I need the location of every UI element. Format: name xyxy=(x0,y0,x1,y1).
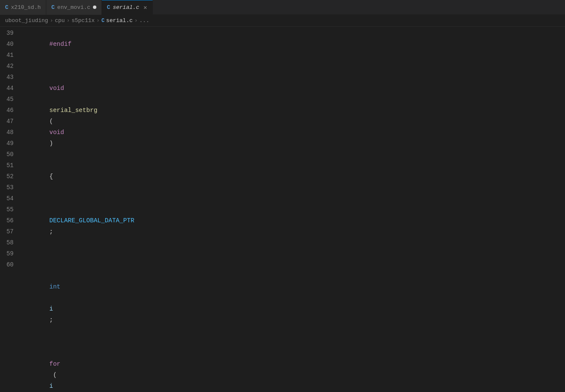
line-num-58: 58 xyxy=(0,237,17,248)
code-line-43: DECLARE_GLOBAL_DATA_PTR ; xyxy=(25,193,565,248)
code-line-45: int i ; xyxy=(25,259,565,336)
token-paren1: ( xyxy=(49,372,56,378)
token-void2: void xyxy=(49,129,64,136)
breadcrumb-sep-2: › xyxy=(67,17,70,24)
c-icon: C xyxy=(51,4,55,11)
line-num-44: 44 xyxy=(0,83,17,94)
token-i1: i xyxy=(49,383,53,389)
tab-label: serial.c xyxy=(113,4,139,11)
line-num-52: 52 xyxy=(0,171,17,182)
token-var-i: i xyxy=(49,305,53,312)
tab-label: x210_sd.h xyxy=(11,4,41,11)
line-num-56: 56 xyxy=(0,215,17,226)
breadcrumb-part-4[interactable]: serial.c xyxy=(106,17,132,24)
breadcrumb: uboot_jiuding › cpu › s5pc11x › C serial… xyxy=(0,15,565,27)
token-punct: ( xyxy=(49,118,53,125)
code-line-40 xyxy=(25,61,565,72)
line-num-53: 53 xyxy=(0,182,17,193)
token-semi2: ; xyxy=(49,316,53,323)
line-num-39: 39 xyxy=(0,28,17,39)
line-num-50: 50 xyxy=(0,149,17,160)
breadcrumb-part-3[interactable]: s5pc11x xyxy=(71,17,95,24)
line-num-54: 54 xyxy=(0,193,17,204)
line-numbers: 39 40 41 42 43 44 45 46 47 48 49 50 51 5… xyxy=(0,27,25,392)
c-icon-breadcrumb: C xyxy=(101,18,104,24)
line-num-60: 60 xyxy=(0,259,17,270)
line-num-41: 41 xyxy=(0,50,17,61)
tab-bar: C x210_sd.h C env_movi.c C serial.c ✕ xyxy=(0,0,565,15)
line-num-47: 47 xyxy=(0,116,17,127)
token-int: int xyxy=(49,283,60,290)
line-num-43: 43 xyxy=(0,72,17,83)
line-num-57: 57 xyxy=(0,226,17,237)
tab-label: env_movi.c xyxy=(57,4,90,11)
c-icon: C xyxy=(107,4,110,11)
token-preproc: #endif xyxy=(49,41,71,48)
tab-env-movi-c[interactable]: C env_movi.c xyxy=(46,0,102,15)
line-num-51: 51 xyxy=(0,160,17,171)
token-punct2: ) xyxy=(49,140,53,147)
breadcrumb-part-5[interactable]: ... xyxy=(139,17,149,24)
line-num-40: 40 xyxy=(0,39,17,50)
code-line-46: for ( i = 0 ; i < 100 ; i ++) ; xyxy=(25,336,565,392)
line-num-48: 48 xyxy=(0,127,17,138)
line-num-45: 45 xyxy=(0,94,17,105)
code-line-44 xyxy=(25,248,565,259)
token-space xyxy=(49,96,53,103)
line-num-55: 55 xyxy=(0,204,17,215)
editor: 39 40 41 42 43 44 45 46 47 48 49 50 51 5… xyxy=(0,27,565,392)
breadcrumb-sep-4: › xyxy=(135,17,138,24)
line-num-46: 46 xyxy=(0,105,17,116)
line-num-42: 42 xyxy=(0,61,17,72)
code-line-41: void serial_setbrg ( void ) xyxy=(25,72,565,160)
breadcrumb-part-1[interactable]: uboot_jiuding xyxy=(5,17,48,24)
breadcrumb-sep-1: › xyxy=(50,17,53,24)
tab-x210-sd-h[interactable]: C x210_sd.h xyxy=(0,0,46,15)
token-semi: ; xyxy=(49,228,53,235)
c-icon: C xyxy=(5,4,8,11)
token-void: void xyxy=(49,85,64,92)
code-line-39: #endif xyxy=(25,28,565,61)
token-brace: { xyxy=(49,173,53,180)
breadcrumb-sep-3: › xyxy=(96,17,100,24)
code-area[interactable]: #endif void serial_setbrg ( void ) { DEC… xyxy=(25,27,565,392)
breadcrumb-part-2[interactable]: cpu xyxy=(55,17,65,24)
token-macro: DECLARE_GLOBAL_DATA_PTR xyxy=(49,217,134,224)
line-num-49: 49 xyxy=(0,138,17,149)
token-fn: serial_setbrg xyxy=(49,107,97,114)
code-line-42: { xyxy=(25,160,565,193)
close-icon[interactable]: ✕ xyxy=(143,5,147,11)
token-for: for xyxy=(49,361,60,367)
tab-serial-c[interactable]: C serial.c ✕ xyxy=(102,0,153,15)
modified-dot xyxy=(93,6,96,9)
line-num-59: 59 xyxy=(0,248,17,259)
